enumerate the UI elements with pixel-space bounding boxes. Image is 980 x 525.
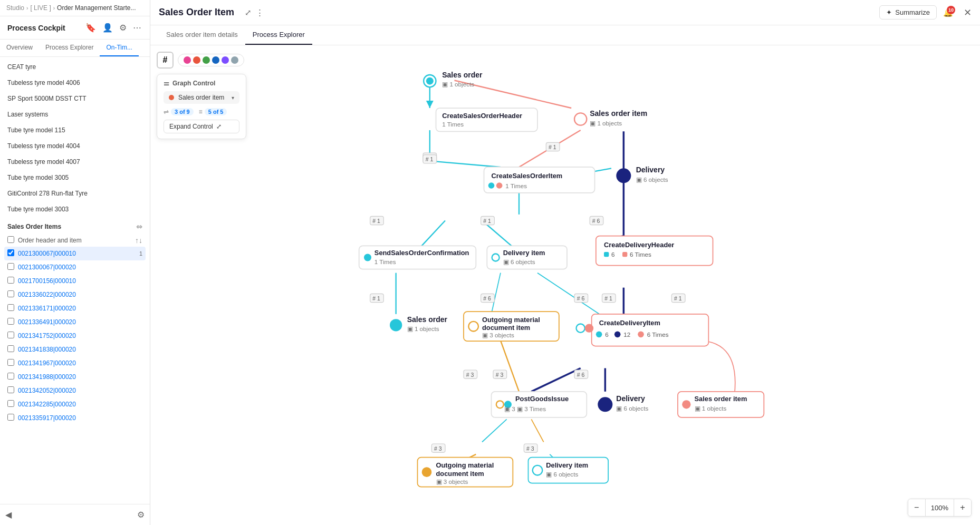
row-id-link[interactable]: 0021336022|000020 [18,291,132,298]
summarize-button[interactable]: ✦ Summarize [879,5,937,20]
row-checkbox-container[interactable] [7,345,18,354]
plain-list-item[interactable]: Tube tyre model 3003 [0,201,150,217]
row-checkbox-container[interactable] [7,373,18,381]
svg-text:# 6: # 6 [577,295,585,302]
plain-list-item[interactable]: Tubeless tyre model 4007 [0,154,150,170]
row-id-link[interactable]: 0021300067|000020 [18,264,132,271]
row-checkbox-container[interactable] [7,290,18,299]
row-id-link[interactable]: 0021336171|000020 [18,305,132,312]
plain-list-item[interactable]: GitiControl 278 Run-flat Tyre [0,186,150,201]
user-icon[interactable]: 👤 [101,22,114,34]
plain-list-item[interactable]: Laser systems [0,106,150,122]
plain-list-item[interactable]: CEAT tyre [0,59,150,75]
resize-handle[interactable]: ⇔ [136,222,142,231]
table-row[interactable]: 0021336022|000020 [4,288,146,302]
row-checkbox-container[interactable] [7,304,18,313]
table-row[interactable]: 0021342052|000020 [4,384,146,397]
zoom-in-button[interactable]: + [954,499,971,516]
table-row[interactable]: 0021700156|000010 [4,274,146,288]
table-row[interactable]: 0021300067|000010 1 [4,247,146,260]
expand-control-button[interactable]: Expand Control ⤢ [164,120,239,133]
plain-list-item[interactable]: Tubeless tyre model 4006 [0,75,150,91]
row-checkbox[interactable] [7,386,14,393]
row-checkbox-container[interactable] [7,400,18,409]
tab-overview[interactable]: Overview [0,40,39,56]
sort-icon[interactable]: ↑↓ [135,236,142,245]
row-checkbox[interactable] [7,345,14,352]
svg-point-41 [496,182,503,189]
row-id-link[interactable]: 0021700156|000010 [18,277,132,285]
svg-text:# 1: # 1 [674,295,682,302]
color-dot[interactable] [222,56,229,64]
tab-sales-order-details[interactable]: Sales order item details [159,25,245,45]
row-checkbox[interactable] [7,249,14,256]
row-checkbox-container[interactable] [7,414,18,422]
table-row[interactable]: 0021336491|000020 [4,315,146,329]
sidebar-toggle-icon[interactable]: ◀ [4,509,13,521]
row-id-link[interactable]: 0021300067|000010 [18,250,132,257]
breadcrumb-live[interactable]: [ LIVE ] [30,4,51,12]
share-icon[interactable]: ⤢ [245,8,252,17]
row-checkbox-container[interactable] [7,332,18,340]
row-checkbox-container[interactable] [7,249,18,258]
row-id-link[interactable]: 0021336491|000020 [18,318,132,326]
more-options-icon[interactable]: ⋮ [256,8,264,17]
color-dot[interactable] [212,56,219,64]
table-row[interactable]: 0021336171|000020 [4,302,146,315]
zoom-out-button[interactable]: − [908,499,925,516]
breadcrumb-studio[interactable]: Studio [6,4,24,12]
plain-list-item[interactable]: Tube tyre model 115 [0,122,150,138]
row-id-link[interactable]: 0021341838|000020 [18,346,132,353]
row-id-link[interactable]: 0021335917|000020 [18,414,132,422]
color-dot[interactable] [193,56,200,64]
plain-list-item[interactable]: Tube tyre model 3005 [0,170,150,186]
select-all-checkbox[interactable] [7,236,14,243]
color-dot[interactable] [184,56,191,64]
table-row[interactable]: 0021341838|000020 [4,343,146,356]
settings-icon[interactable]: ⚙ [118,22,128,34]
close-button[interactable]: ✕ [964,7,972,18]
row-checkbox-container[interactable] [7,277,18,285]
hash-button[interactable]: # [157,52,174,69]
table-row[interactable]: 0021341988|000020 [4,370,146,384]
table-row[interactable]: 0021341752|000020 [4,329,146,343]
row-checkbox[interactable] [7,318,14,325]
table-row[interactable]: 0021300067|000020 [4,260,146,274]
tab-process-explorer[interactable]: Process Explorer [39,40,100,56]
tab-on-time[interactable]: On-Tim... [100,40,139,56]
row-checkbox[interactable] [7,263,14,270]
row-checkbox[interactable] [7,400,14,407]
select-all-checkbox-container[interactable] [7,236,18,245]
row-checkbox[interactable] [7,304,14,311]
row-id-link[interactable]: 0021342285|000020 [18,401,132,408]
row-checkbox[interactable] [7,414,14,421]
plain-list-item[interactable]: SP Sport 5000M DSST CTT [0,91,150,106]
row-checkbox[interactable] [7,277,14,284]
more-icon[interactable]: ⋯ [132,22,142,34]
graph-control-select[interactable]: Sales order item ▾ [164,91,239,104]
row-id-link[interactable]: 0021341988|000020 [18,373,132,381]
plain-list-item[interactable]: Tubeless tyre model 4004 [0,138,150,154]
table-row[interactable]: 0021341967|000020 [4,356,146,370]
row-id-link[interactable]: 0021341752|000020 [18,332,132,339]
row-checkbox[interactable] [7,332,14,338]
table-row[interactable]: 0021335917|000020 [4,411,146,425]
row-id-link[interactable]: 0021341967|000020 [18,359,132,367]
row-checkbox[interactable] [7,373,14,380]
row-checkbox-container[interactable] [7,263,18,271]
row-id-link[interactable]: 0021342052|000020 [18,387,132,394]
row-checkbox-container[interactable] [7,318,18,326]
row-checkbox[interactable] [7,290,14,297]
row-checkbox[interactable] [7,359,14,366]
table-row[interactable]: 0021342285|000020 [4,397,146,411]
svg-point-122 [533,465,543,475]
tab-process-explorer[interactable]: Process Explorer [245,25,312,45]
row-checkbox-container[interactable] [7,386,18,395]
color-dot[interactable] [203,56,210,64]
row-checkbox-container[interactable] [7,359,18,367]
color-dot[interactable] [231,56,238,64]
svg-text:document item: document item [436,470,484,478]
svg-point-80 [468,322,478,332]
bookmark-icon[interactable]: 🔖 [84,22,97,34]
sidebar-settings-icon[interactable]: ⚙ [136,509,146,521]
